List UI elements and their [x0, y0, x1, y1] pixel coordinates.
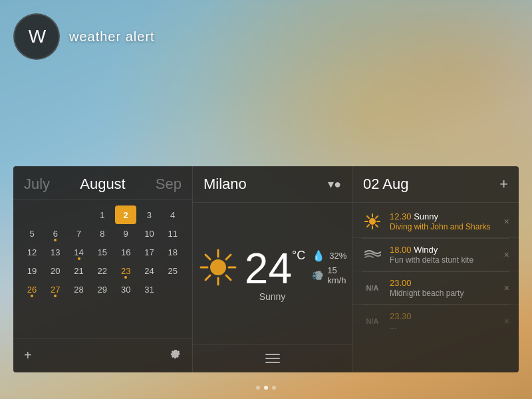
event-time: 23.30 [390, 311, 412, 321]
event-time: 23.00 [390, 278, 412, 288]
cal-cell-11[interactable]: 11 [162, 224, 184, 243]
event-time-title: 23.00 [390, 278, 497, 288]
cal-cell[interactable] [45, 205, 66, 224]
gear-icon [170, 348, 182, 360]
settings-button[interactable] [170, 348, 182, 363]
event-item: N/A 23.30 ... × [352, 305, 519, 337]
event-item: N/A 23.00 Midnight beach party × [352, 272, 519, 305]
event-subtitle: Midnight beach party [390, 289, 497, 298]
cal-cell-14[interactable]: 14 [68, 243, 90, 261]
cal-cell-30[interactable]: 30 [115, 280, 136, 299]
event-subtitle: ... [390, 322, 497, 331]
event-time-title: 12.30 Sunny [390, 211, 497, 221]
cal-cell-25[interactable]: 25 [162, 261, 184, 280]
cal-cell[interactable] [21, 205, 43, 224]
event-icon-wrap [362, 211, 383, 232]
app-logo: W [13, 13, 60, 60]
weather-body: 24 °C 💧 32% 💨 15 km/h Sunny [193, 203, 352, 344]
event-icon-wrap: N/A [362, 277, 383, 299]
cal-week-row: 12 13 14 15 16 17 18 [21, 243, 184, 261]
cal-cell-10[interactable]: 10 [138, 224, 160, 243]
pagination-dot[interactable] [272, 386, 276, 390]
weather-footer [193, 344, 352, 372]
cal-cell-1[interactable]: 1 [92, 205, 113, 224]
current-month-label: August [57, 176, 149, 193]
pagination-dot-active[interactable] [264, 386, 268, 390]
pagination [256, 386, 276, 390]
event-item: 18.00 Windy Fun with delta stunt kite × [352, 239, 519, 271]
event-close-button[interactable]: × [504, 249, 509, 260]
event-content: 18.00 Windy Fun with delta stunt kite [390, 245, 497, 265]
add-event-button[interactable]: + [24, 348, 32, 363]
cal-cell-18[interactable]: 18 [162, 243, 184, 261]
cal-cell[interactable] [68, 205, 90, 224]
cal-cell-8[interactable]: 8 [92, 224, 113, 243]
sun-icon [198, 247, 238, 287]
event-subtitle: Diving with John and Sharks [390, 222, 497, 231]
events-date: 02 Aug [363, 176, 409, 193]
weather-condition: Sunny [259, 291, 286, 302]
cal-cell-6[interactable]: 6 [45, 224, 66, 243]
cal-cell-26[interactable]: 26 [21, 280, 43, 299]
cal-cell-3[interactable]: 3 [138, 205, 160, 224]
event-close-button[interactable]: × [504, 216, 509, 227]
sun-svg [198, 247, 238, 287]
wind-stat: 💨 15 km/h [312, 265, 346, 285]
event-content: 23.00 Midnight beach party [390, 278, 497, 298]
temperature-display: 24 °C [245, 245, 305, 290]
cal-cell-27[interactable]: 27 [45, 280, 66, 299]
event-na-label: N/A [366, 317, 379, 325]
cal-cell-29[interactable]: 29 [92, 280, 113, 299]
event-time-title: 23.30 [390, 311, 497, 321]
event-title: Sunny [414, 211, 438, 221]
cal-cell-16[interactable]: 16 [115, 243, 136, 261]
cal-cell-24[interactable]: 24 [138, 261, 160, 280]
cal-week-row: 1 2 3 4 [21, 205, 184, 224]
svg-line-16 [376, 216, 378, 218]
weather-panel: Milano ▾● [193, 166, 352, 372]
cal-week-row: 19 20 21 22 23 24 25 [21, 261, 184, 280]
cal-cell-today[interactable]: 2 [115, 205, 136, 224]
location-icon: ▾● [328, 177, 341, 192]
pagination-dot[interactable] [256, 386, 260, 390]
event-icon-wrap: N/A [362, 311, 383, 332]
weather-stats: 💧 32% 💨 15 km/h [312, 249, 346, 285]
logo-letter: W [29, 26, 45, 47]
cal-cell-7[interactable]: 7 [68, 224, 90, 243]
cal-cell-empty [162, 280, 184, 299]
cal-cell-17[interactable]: 17 [138, 243, 160, 261]
event-time: 12.30 [390, 211, 412, 221]
event-close-button[interactable]: × [504, 316, 509, 327]
cal-cell-21[interactable]: 21 [68, 261, 90, 280]
weather-header: Milano ▾● [193, 166, 352, 203]
cal-cell-22[interactable]: 22 [92, 261, 113, 280]
menu-button[interactable] [265, 354, 280, 363]
cal-cell-12[interactable]: 12 [21, 243, 43, 261]
cal-cell-31[interactable]: 31 [138, 280, 160, 299]
add-event-button[interactable]: + [499, 176, 508, 193]
drop-icon: 💧 [312, 249, 325, 262]
humidity-stat: 💧 32% [312, 249, 346, 262]
cal-cell-19[interactable]: 19 [21, 261, 43, 280]
svg-line-5 [205, 255, 210, 259]
cal-cell-23[interactable]: 23 [115, 261, 136, 280]
cal-cell-9[interactable]: 9 [115, 224, 136, 243]
cal-cell-20[interactable]: 20 [45, 261, 66, 280]
svg-line-14 [367, 216, 369, 218]
svg-line-7 [226, 255, 231, 259]
wind-value: 15 km/h [327, 265, 346, 285]
cal-cell-15[interactable]: 15 [92, 243, 113, 261]
svg-line-6 [226, 275, 231, 280]
event-close-button[interactable]: × [504, 283, 509, 293]
calendar-header: July August Sep [13, 166, 192, 200]
cal-cell-28[interactable]: 28 [68, 280, 90, 299]
cal-cell-4[interactable]: 4 [162, 205, 184, 224]
city-name: Milano [203, 176, 247, 193]
menu-line [265, 358, 280, 359]
app-title: weather alert [69, 29, 155, 45]
weather-content-row: 24 °C 💧 32% 💨 15 km/h [203, 245, 341, 290]
event-sun-icon [364, 213, 381, 230]
cal-cell-5[interactable]: 5 [21, 224, 43, 243]
menu-line [265, 354, 280, 355]
cal-cell-13[interactable]: 13 [45, 243, 66, 261]
